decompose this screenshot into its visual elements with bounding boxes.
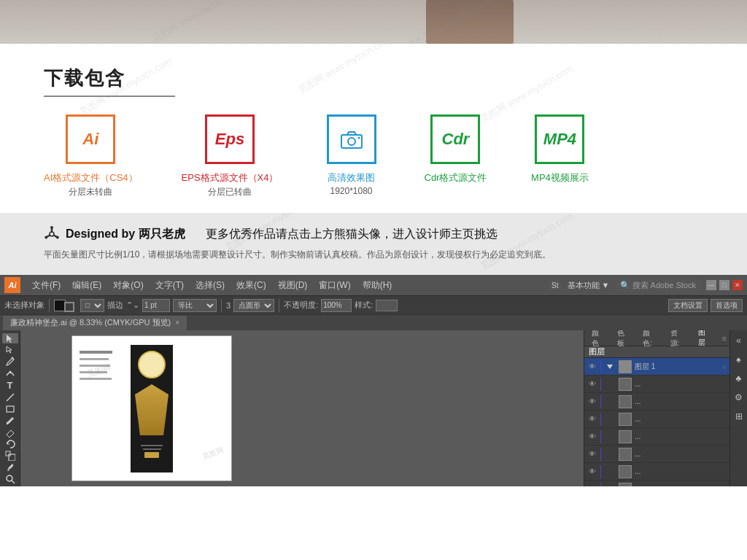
stroke-label: 描边 — [107, 300, 123, 311]
menu-help[interactable]: 帮助(H) — [357, 275, 398, 295]
stroke-width-input[interactable] — [142, 299, 170, 312]
menu-st-badge: St — [549, 281, 561, 290]
ai-file-sub: 分层未转曲 — [69, 186, 112, 198]
designer-credit: Designed by 两只老虎 — [66, 227, 185, 242]
watermark-ds-2: 觅图网 www.mytucn.com — [478, 213, 575, 273]
layer-row-6[interactable]: 👁 ... — [584, 446, 729, 463]
menu-effect[interactable]: 效果(C) — [231, 275, 272, 295]
eraser-tool[interactable] — [2, 427, 18, 438]
settings-icon[interactable]: ⚙ — [732, 390, 746, 405]
document-tab-name: 廉政精神堡垒.ai @ 8.33% (CMYK/GPU 预览) — [10, 317, 171, 328]
layer-row-5[interactable]: 👁 ... — [584, 428, 729, 446]
layer-visibility-6[interactable]: 👁 — [587, 449, 597, 459]
layer-name-5: ... — [635, 432, 727, 440]
layer-row-3[interactable]: 👁 ... — [584, 393, 729, 411]
file-type-eps: Eps EPS格式源文件（X4） 分层已转曲 — [182, 114, 279, 198]
selection-tool[interactable] — [2, 333, 18, 343]
layer-visibility-2[interactable]: 👁 — [587, 379, 597, 389]
right-panels: 颜色 色板 颜色: 资源: 图层 ≡ 图层 👁 图层 — [584, 330, 729, 486]
layer-visibility-7[interactable]: 👁 — [587, 467, 597, 477]
maximize-button[interactable]: □ — [719, 280, 729, 290]
spade-icon[interactable]: ♠ — [732, 352, 746, 367]
designer-desc: 平面矢量图尺寸比例1/10，请根据场地需要调整设计尺寸。制作实物前请认真校稿。作… — [44, 248, 703, 262]
layer-name-7: ... — [635, 467, 727, 475]
ai-icon-box: Ai — [66, 114, 115, 164]
ai-label: Ai — [82, 130, 98, 149]
layer-expand-icon-1[interactable] — [604, 361, 616, 373]
window-controls[interactable]: — □ ✕ — [706, 280, 743, 290]
layers-panel-header: 图层 — [584, 346, 729, 358]
zoom-tool[interactable] — [2, 474, 18, 484]
rect-tool[interactable] — [2, 404, 18, 414]
doc-settings-button[interactable]: 文档设置 — [668, 299, 708, 312]
menu-edit[interactable]: 编辑(E) — [66, 275, 107, 295]
svg-point-2 — [357, 137, 360, 139]
svg-rect-11 — [6, 451, 10, 456]
stroke-type-select[interactable]: □ — [80, 299, 104, 312]
grid-icon[interactable]: ⊞ — [732, 409, 746, 424]
shape-select[interactable]: 点圆形 — [233, 299, 274, 312]
designer-main-line: Designed by 两只老虎 更多优秀作品请点击上方熊猫头像，进入设计师主页… — [44, 226, 703, 242]
watermark-1: 觅图网 www.mytucn.com — [150, 0, 247, 44]
pen-tool[interactable] — [2, 357, 18, 367]
eyedropper-tool[interactable] — [2, 462, 18, 472]
opacity-input[interactable] — [321, 299, 352, 312]
search-adobe-stock[interactable]: 🔍 搜索 Adobe Stock — [616, 279, 701, 292]
designer-section: 觅图网 www.mytucn.com 觅图网 www.mytucn.com De… — [0, 213, 747, 275]
type-tool[interactable]: T — [2, 380, 18, 391]
layer-thumb-6 — [619, 448, 632, 461]
close-button[interactable]: ✕ — [732, 280, 743, 290]
hand-tool[interactable] — [2, 486, 18, 486]
menu-view[interactable]: 视图(D) — [272, 275, 314, 295]
layer-row-7[interactable]: 👁 ... — [584, 463, 729, 481]
menu-workspace[interactable]: 基本功能 ▼ — [568, 280, 610, 291]
curvature-tool[interactable] — [2, 368, 18, 378]
stroke-color-box[interactable] — [64, 302, 74, 312]
scale-tool[interactable] — [2, 451, 18, 461]
mp4-file-name: MP4视频展示 — [531, 171, 589, 184]
menu-select[interactable]: 选择(S) — [190, 275, 231, 295]
layer-visibility-5[interactable]: 👁 — [587, 432, 597, 442]
layer-color-bar-2 — [600, 378, 601, 391]
menu-file[interactable]: 文件(F) — [26, 275, 66, 295]
layer-row-1[interactable]: 👁 图层 1 ○ — [584, 358, 729, 376]
club-icon[interactable]: ♣ — [732, 371, 746, 386]
layer-visibility-1[interactable]: 👁 — [587, 362, 597, 372]
menu-right: St 基本功能 ▼ 🔍 搜索 Adobe Stock — [549, 279, 700, 292]
point-count: 3 — [226, 301, 231, 310]
layer-visibility-4[interactable]: 👁 — [587, 414, 597, 424]
minimize-button[interactable]: — — [706, 280, 716, 290]
stroke-arrows: ⌃⌄ — [126, 300, 139, 310]
layer-visibility-8[interactable]: 👁 — [587, 484, 597, 487]
layer-thumb-3 — [619, 395, 632, 408]
layer-thumb-4 — [619, 413, 632, 426]
layer-thumb-8 — [619, 483, 632, 487]
preferences-button[interactable]: 首选项 — [711, 299, 743, 312]
panel-menu-icon[interactable]: ≡ — [722, 334, 727, 343]
menu-text[interactable]: 文字(T) — [150, 275, 190, 295]
menu-window[interactable]: 窗口(W) — [313, 275, 356, 295]
tab-close-button[interactable]: × — [175, 319, 179, 327]
line-tool[interactable] — [2, 392, 18, 402]
layer-row-2[interactable]: 👁 ... — [584, 376, 729, 393]
paintbrush-tool[interactable] — [2, 416, 18, 426]
layer-visibility-3[interactable]: 👁 — [587, 397, 597, 407]
stroke-dash-select[interactable]: 等比 — [173, 299, 217, 312]
canvas-watermark-2: 觅图网 — [201, 446, 225, 462]
layer-row-8[interactable]: 👁 ... — [584, 481, 729, 486]
layer-name-4: ... — [635, 415, 727, 423]
svg-point-4 — [50, 226, 53, 229]
direct-select-tool[interactable] — [2, 345, 18, 355]
document-tab[interactable]: 廉政精神堡垒.ai @ 8.33% (CMYK/GPU 预览) × — [3, 316, 187, 330]
menu-object[interactable]: 对象(O) — [107, 275, 149, 295]
menu-items[interactable]: 文件(F) 编辑(E) 对象(O) 文字(T) 选择(S) 效果(C) 视图(D… — [26, 275, 398, 295]
rotate-tool[interactable] — [2, 439, 18, 449]
layer-thumb-5 — [619, 430, 632, 443]
img-file-sub: 1920*1080 — [330, 186, 372, 196]
layer-row-4[interactable]: 👁 ... — [584, 411, 729, 428]
style-preview — [376, 300, 398, 311]
collapse-icon[interactable]: « — [732, 333, 746, 348]
layer-color-bar-4 — [600, 413, 601, 426]
mp4-label: MP4 — [543, 130, 576, 149]
layer-name-1: 图层 1 — [635, 362, 720, 372]
